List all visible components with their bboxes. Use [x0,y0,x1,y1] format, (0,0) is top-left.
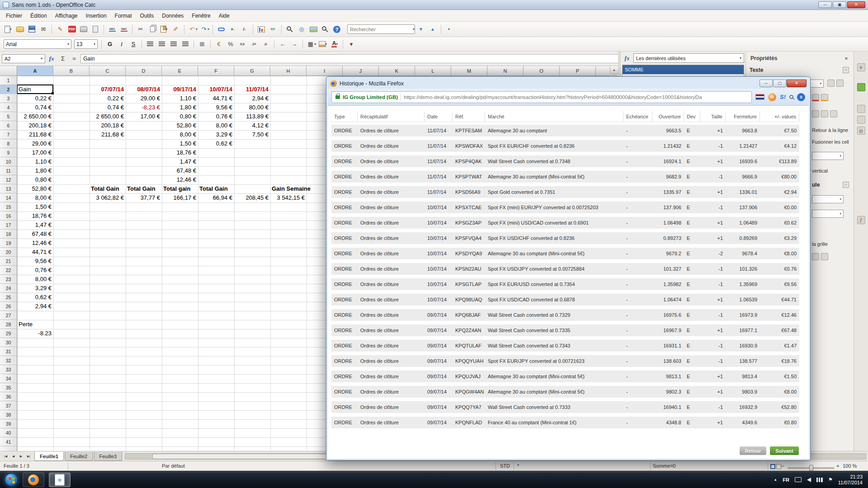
taskbar-openoffice-button[interactable]: ≈ [49,473,71,487]
function-category-select[interactable]: Les dernières utilisées ▾ [633,53,744,63]
paste-icon[interactable]: ▾ [159,24,170,35]
cell-A11[interactable]: 1,80 € [17,166,53,175]
row-header-15[interactable]: 15 [0,202,17,211]
cell-C6[interactable]: 200,18 € [90,121,125,130]
sidebar-properties-icon[interactable] [857,83,865,91]
cell-F4[interactable]: 9,56 € [198,103,234,112]
menu-outils[interactable]: Outils [136,11,158,20]
italic-button[interactable]: I [116,39,127,50]
borders-icon[interactable]: ▦▾ [306,39,316,50]
row-header-20[interactable]: 20 [0,248,17,257]
sum-button[interactable]: Σ [58,54,68,63]
cell-E3[interactable]: 1,10 € [162,94,198,103]
hyperlink-icon[interactable] [216,24,226,35]
row-header-3[interactable]: 3 [0,94,17,103]
equals-button[interactable]: = [69,54,79,63]
cell-A24[interactable]: 3,29 € [17,284,53,293]
row-header-25[interactable]: 25 [0,293,17,302]
site-identity[interactable]: IG Group Limited (GB) [343,94,398,100]
cell-A15[interactable]: 1,50 € [17,202,53,211]
font-color-icon[interactable]: A▾ [329,39,340,50]
menu-donnees[interactable]: Données [158,11,188,20]
ig-logo-icon[interactable]: IG [768,93,776,101]
sidebar-functions-icon[interactable]: ƒ [857,216,865,224]
show-draw-functions-icon[interactable]: ✏ [268,24,278,35]
row-header-32[interactable]: 32 [0,356,17,365]
cell-C2[interactable]: 07/07/14 [90,85,125,94]
row-header-34[interactable]: 34 [0,374,17,383]
cell-E13[interactable]: Total gain [162,184,198,193]
cell-A14[interactable]: 8,00 € [17,193,53,202]
s-addon-icon[interactable]: S! [780,94,786,100]
volume-tray-icon[interactable] [807,478,811,482]
row-header-26[interactable]: 26 [0,302,17,311]
cell-C13[interactable]: Total Gain [90,184,125,193]
row-header-24[interactable]: 24 [0,284,17,293]
cell-F2[interactable]: 10/07/14 [198,85,234,94]
sort-ascending-icon[interactable]: A↓ [227,24,238,35]
cell-C4[interactable]: 0,74 € [90,103,125,112]
back-button[interactable]: Retour [740,446,766,455]
menu-edition[interactable]: Édition [26,11,51,20]
section-expander-icon[interactable]: − [843,67,849,73]
cell-E12[interactable]: 12,46 € [162,175,198,184]
cell-E5[interactable]: 0,80 € [162,112,198,121]
history-column-fermeture[interactable]: Fermeture [726,111,760,122]
history-row[interactable]: ORDREOrdres de clôture11/07/14KPSD56A9Sp… [331,186,799,198]
help-icon[interactable]: ? [331,24,342,35]
history-row[interactable]: ORDREOrdres de clôture10/07/14KPSXTCAESp… [331,202,799,213]
dropdown-arrow-icon[interactable]: ▾ [165,27,167,31]
row-header-14[interactable]: 14 [0,193,17,202]
cell-A9[interactable]: 17,00 € [17,148,53,157]
font-size-select[interactable]: 13▾ [74,39,98,49]
cell-E14[interactable]: 166,17 € [162,193,198,202]
redo-icon[interactable]: ↷▾ [199,24,210,35]
menu-affichage[interactable]: Affichage [51,11,82,20]
language-indicator[interactable]: FR [783,477,789,483]
row-header-18[interactable]: 18 [0,230,17,239]
increase-indent-icon[interactable]: → [289,39,300,50]
history-row[interactable]: ORDREOrdres de clôture10/07/14KPQ98UAQSp… [331,294,799,305]
cell-E6[interactable]: 52,80 € [162,121,198,130]
cell-A23[interactable]: 8,00 € [17,275,53,284]
row-header-29[interactable]: 29 [0,329,17,338]
align-bottom-icon[interactable] [830,110,837,117]
cell-C5[interactable]: 2 650,00 € [90,112,125,121]
underline-button[interactable]: S [128,39,139,50]
cell-A17[interactable]: 1,47 € [17,221,53,230]
cell-E4[interactable]: 1,80 € [162,103,198,112]
history-row[interactable]: ORDREOrdres de clôture11/07/14KPSP4QAKWa… [331,155,799,167]
taskbar-clock[interactable]: 21:23 11/07/2014 [838,474,863,486]
history-row[interactable]: ORDREOrdres de clôture09/07/14KPQGW4ANAl… [331,386,799,398]
url-bar[interactable]: IG Group Limited (GB) https://demo-deal.… [331,91,752,103]
zoom-slider[interactable] [788,467,835,469]
email-icon[interactable]: ✉ [38,24,49,35]
cell-A28[interactable]: Perte [17,320,53,329]
column-header-A[interactable]: A [17,66,53,75]
column-header-J[interactable]: J [343,66,379,75]
firefox-minimize-button[interactable]: ─ [760,80,773,87]
sort-descending-icon[interactable]: Z↓ [239,24,250,35]
row-header-11[interactable]: 11 [0,166,17,175]
row-header-33[interactable]: 33 [0,365,17,374]
history-column-echeance[interactable]: Echéance [623,111,652,122]
sidebar-styles-icon[interactable] [857,105,865,113]
history-row[interactable]: ORDREOrdres de clôture10/07/14KPSN22AUSp… [331,263,799,275]
history-column-dev[interactable]: Dev [684,111,700,122]
netherlands-flag-icon[interactable] [755,94,764,100]
cell-F7[interactable]: 3,29 € [198,130,234,139]
history-row[interactable]: ORDREOrdres de clôture09/07/14KPQ6BJAFWa… [331,309,799,321]
align-justify-icon[interactable] [180,39,191,50]
navigator-icon[interactable]: ◎ [296,24,307,35]
row-header-35[interactable]: 35 [0,383,17,392]
row-header-7[interactable]: 7 [0,130,17,139]
cell-style-icon[interactable] [821,253,828,260]
dropdown-arrow-icon[interactable]: ▾ [196,27,198,31]
align-center-icon[interactable] [156,39,167,50]
remove-decimal-icon[interactable]: ,0- [260,39,271,50]
cell-F13[interactable]: Total Gain [198,184,234,193]
calc-close-button[interactable]: ✕ [847,1,865,8]
cell-E8[interactable]: 1,50 € [162,139,198,148]
cell-A8[interactable]: 29,00 € [17,139,53,148]
network-tray-icon[interactable] [816,478,823,482]
